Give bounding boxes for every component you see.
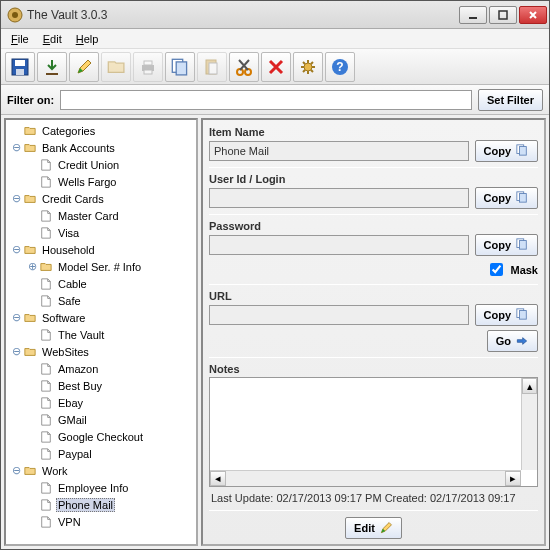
toolbar [1, 49, 549, 85]
tree-row[interactable]: Cable [6, 275, 196, 292]
tree-row[interactable]: ⊖WebSites [6, 343, 196, 360]
close-button[interactable] [519, 6, 547, 24]
notes-vscrollbar[interactable]: ▴ [521, 378, 537, 470]
tree-label: VPN [56, 516, 83, 528]
folder-icon [23, 346, 37, 358]
document-icon [39, 516, 53, 528]
paste-icon[interactable] [197, 52, 227, 82]
url-field [209, 305, 469, 325]
print-icon[interactable] [133, 52, 163, 82]
tree-row[interactable]: Wells Fargo [6, 173, 196, 190]
document-icon [39, 499, 53, 511]
tree-label: Credit Cards [40, 193, 106, 205]
tree-row[interactable]: Visa [6, 224, 196, 241]
document-icon [39, 278, 53, 290]
tree-label: GMail [56, 414, 89, 426]
copy-item-name-button[interactable]: Copy [475, 140, 539, 162]
copy-password-button[interactable]: Copy [475, 234, 539, 256]
tree-row[interactable]: Amazon [6, 360, 196, 377]
filter-bar: Filter on: Set Filter [1, 85, 549, 115]
tree-label: Phone Mail [56, 498, 115, 512]
delete-icon[interactable] [261, 52, 291, 82]
help-icon[interactable] [325, 52, 355, 82]
tree-toggle[interactable]: ⊖ [10, 244, 22, 256]
document-icon [39, 159, 53, 171]
import-icon[interactable] [37, 52, 67, 82]
copy-icon[interactable] [165, 52, 195, 82]
tree-row[interactable]: ⊖Household [6, 241, 196, 258]
userid-label: User Id / Login [209, 173, 538, 185]
copy-url-button[interactable]: Copy [475, 304, 539, 326]
tree-label: Visa [56, 227, 81, 239]
tree-label: Model Ser. # Info [56, 261, 143, 273]
gear-icon[interactable] [293, 52, 323, 82]
notes-hscrollbar[interactable]: ◂▸ [210, 470, 521, 486]
tree-row[interactable]: Master Card [6, 207, 196, 224]
menu-edit[interactable]: Edit [37, 31, 68, 47]
document-icon [39, 414, 53, 426]
tree-row[interactable]: VPN [6, 513, 196, 530]
minimize-button[interactable] [459, 6, 487, 24]
edit-pencil-icon[interactable] [69, 52, 99, 82]
tree-label: Employee Info [56, 482, 130, 494]
tree-label: Master Card [56, 210, 121, 222]
url-label: URL [209, 290, 538, 302]
tree-toggle[interactable]: ⊖ [10, 465, 22, 477]
filter-label: Filter on: [7, 94, 54, 106]
tree-row[interactable]: ⊕Model Ser. # Info [6, 258, 196, 275]
maximize-button[interactable] [489, 6, 517, 24]
tree-row[interactable]: Google Checkout [6, 428, 196, 445]
document-icon [39, 176, 53, 188]
tree-label: Credit Union [56, 159, 121, 171]
tree-row[interactable]: ⊖Work [6, 462, 196, 479]
tree-label: Paypal [56, 448, 94, 460]
svg-point-16 [12, 12, 18, 18]
tree-row[interactable]: Credit Union [6, 156, 196, 173]
tree-row[interactable]: Phone Mail [6, 496, 196, 513]
document-icon [39, 380, 53, 392]
password-field [209, 235, 469, 255]
menu-file[interactable]: File [5, 31, 35, 47]
folder-icon[interactable] [101, 52, 131, 82]
folder-icon [23, 244, 37, 256]
tree-label: Safe [56, 295, 83, 307]
document-icon [39, 363, 53, 375]
tree-row[interactable]: ⊖Credit Cards [6, 190, 196, 207]
menubar: File Edit Help [1, 29, 549, 49]
menu-help[interactable]: Help [70, 31, 105, 47]
tree-row[interactable]: GMail [6, 411, 196, 428]
tree-label: Categories [40, 125, 97, 137]
tree-label: WebSites [40, 346, 91, 358]
save-icon[interactable] [5, 52, 35, 82]
tree-row[interactable]: Ebay [6, 394, 196, 411]
tree-toggle[interactable]: ⊖ [10, 346, 22, 358]
go-button[interactable]: Go [487, 330, 538, 352]
tree-label: Ebay [56, 397, 85, 409]
tree-row[interactable]: ⊖Software [6, 309, 196, 326]
tree-row[interactable]: Best Buy [6, 377, 196, 394]
tree-label: The Vault [56, 329, 106, 341]
set-filter-button[interactable]: Set Filter [478, 89, 543, 111]
tree-toggle[interactable]: ⊖ [10, 142, 22, 154]
tree-row[interactable]: Safe [6, 292, 196, 309]
category-tree[interactable]: Categories⊖Bank AccountsCredit UnionWell… [4, 118, 198, 546]
app-window: The Vault 3.0.3 File Edit Help Filter on… [0, 0, 550, 550]
tree-row[interactable]: Paypal [6, 445, 196, 462]
tree-label: Amazon [56, 363, 100, 375]
tree-row[interactable]: ⊖Bank Accounts [6, 139, 196, 156]
tree-row[interactable]: Employee Info [6, 479, 196, 496]
notes-area: ▴ ◂▸ [209, 377, 538, 487]
tree-toggle[interactable]: ⊖ [10, 193, 22, 205]
tree-toggle[interactable]: ⊕ [26, 261, 38, 273]
copy-userid-button[interactable]: Copy [475, 187, 539, 209]
tree-row[interactable]: Categories [6, 122, 196, 139]
cut-icon[interactable] [229, 52, 259, 82]
tree-toggle[interactable]: ⊖ [10, 312, 22, 324]
item-name-field [209, 141, 469, 161]
edit-button[interactable]: Edit [345, 517, 402, 539]
tree-row[interactable]: The Vault [6, 326, 196, 343]
mask-checkbox[interactable]: Mask [486, 260, 538, 279]
filter-input[interactable] [60, 90, 472, 110]
tree-label: Cable [56, 278, 89, 290]
document-icon [39, 482, 53, 494]
